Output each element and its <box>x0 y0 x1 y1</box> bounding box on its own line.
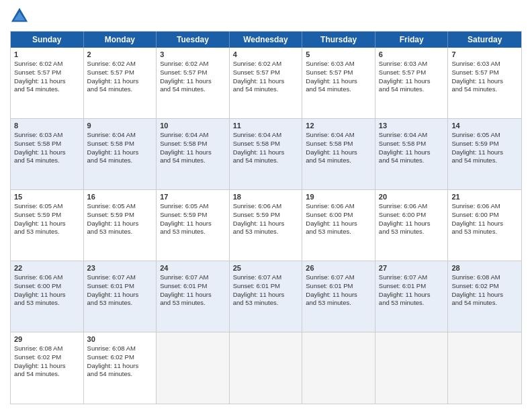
cell-line: Daylight: 11 hours <box>87 291 153 300</box>
day-number: 20 <box>379 193 445 201</box>
cell-line: Sunrise: 6:06 AM <box>451 202 518 211</box>
cell-line: Sunset: 5:57 PM <box>160 68 226 77</box>
cell-line: Sunrise: 6:07 AM <box>160 273 226 282</box>
cell-line: Daylight: 11 hours <box>306 77 371 86</box>
header-day-friday: Friday <box>375 32 449 48</box>
cell-line: Daylight: 11 hours <box>14 362 80 371</box>
cell-line: Daylight: 11 hours <box>14 291 80 300</box>
cell-line: Sunset: 5:59 PM <box>233 211 299 220</box>
cell-line: Sunrise: 6:06 AM <box>306 202 371 211</box>
cell-line: and 54 minutes. <box>306 85 371 94</box>
day-number: 17 <box>160 193 226 201</box>
cell-line: Daylight: 11 hours <box>87 362 153 371</box>
cell-line: Sunset: 5:57 PM <box>87 68 153 77</box>
cal-cell-17: 17Sunrise: 6:05 AMSunset: 5:59 PMDayligh… <box>157 190 230 261</box>
day-number: 15 <box>14 193 80 201</box>
day-number: 4 <box>233 50 299 58</box>
cell-line: and 54 minutes. <box>14 85 80 94</box>
cell-line: Sunset: 5:58 PM <box>306 140 371 148</box>
day-number: 22 <box>14 264 80 272</box>
day-number: 27 <box>379 264 445 272</box>
cell-line: Sunrise: 6:04 AM <box>87 131 153 140</box>
cell-line: Daylight: 11 hours <box>451 77 518 86</box>
cell-line: and 53 minutes. <box>306 228 371 236</box>
day-number: 8 <box>14 122 80 130</box>
cell-line: and 54 minutes. <box>87 370 153 379</box>
cell-line: Sunrise: 6:03 AM <box>14 131 80 140</box>
cal-cell-16: 16Sunrise: 6:05 AMSunset: 5:59 PMDayligh… <box>84 190 157 261</box>
cell-line: and 53 minutes. <box>233 299 299 308</box>
cell-line: Sunset: 5:59 PM <box>14 211 80 220</box>
cell-line: Sunset: 5:58 PM <box>87 140 153 148</box>
cell-line: Sunset: 5:59 PM <box>87 211 153 220</box>
cell-line: and 53 minutes. <box>306 299 371 308</box>
cell-line: Sunrise: 6:06 AM <box>14 273 80 282</box>
day-number: 25 <box>233 264 299 272</box>
cell-line: Sunrise: 6:05 AM <box>160 202 226 211</box>
day-number: 24 <box>160 264 226 272</box>
cell-line: and 54 minutes. <box>451 299 518 308</box>
cell-line: and 54 minutes. <box>87 85 153 94</box>
cell-line: Sunrise: 6:07 AM <box>233 273 299 282</box>
day-number: 29 <box>14 335 80 343</box>
cell-line: Sunrise: 6:08 AM <box>87 345 153 353</box>
cell-line: Sunrise: 6:02 AM <box>160 60 226 68</box>
cell-line: Sunrise: 6:04 AM <box>233 131 299 140</box>
cal-cell-22: 22Sunrise: 6:06 AMSunset: 6:00 PMDayligh… <box>11 261 84 332</box>
calendar-row-0: 1Sunrise: 6:02 AMSunset: 5:57 PMDaylight… <box>11 48 521 119</box>
cal-cell-3: 3Sunrise: 6:02 AMSunset: 5:57 PMDaylight… <box>157 48 230 118</box>
cal-cell-6: 6Sunrise: 6:03 AMSunset: 5:57 PMDaylight… <box>375 48 449 118</box>
cell-line: and 54 minutes. <box>233 85 299 94</box>
cal-cell-21: 21Sunrise: 6:06 AMSunset: 6:00 PMDayligh… <box>448 190 521 261</box>
cell-line: Daylight: 11 hours <box>233 220 299 228</box>
cell-line: and 53 minutes. <box>451 228 518 236</box>
cell-line: Daylight: 11 hours <box>379 220 445 228</box>
day-number: 26 <box>306 264 371 272</box>
cal-cell-25: 25Sunrise: 6:07 AMSunset: 6:01 PMDayligh… <box>230 261 303 332</box>
cal-cell-1: 1Sunrise: 6:02 AMSunset: 5:57 PMDaylight… <box>11 48 84 118</box>
cell-line: and 54 minutes. <box>160 85 226 94</box>
cell-line: and 53 minutes. <box>379 228 445 236</box>
logo <box>10 7 32 26</box>
calendar-row-1: 8Sunrise: 6:03 AMSunset: 5:58 PMDaylight… <box>11 119 521 190</box>
day-number: 18 <box>233 193 299 201</box>
day-number: 19 <box>306 193 371 201</box>
cell-line: Daylight: 11 hours <box>14 148 80 157</box>
cell-line: Sunset: 6:02 PM <box>87 353 153 362</box>
cal-cell-12: 12Sunrise: 6:04 AMSunset: 5:58 PMDayligh… <box>302 119 375 189</box>
cal-cell-empty-2 <box>157 332 230 404</box>
cell-line: Sunset: 5:59 PM <box>160 211 226 220</box>
cell-line: Sunrise: 6:04 AM <box>306 131 371 140</box>
cal-cell-29: 29Sunrise: 6:08 AMSunset: 6:02 PMDayligh… <box>11 332 84 404</box>
day-number: 9 <box>87 122 153 130</box>
cal-cell-7: 7Sunrise: 6:03 AMSunset: 5:57 PMDaylight… <box>448 48 521 118</box>
calendar-row-2: 15Sunrise: 6:05 AMSunset: 5:59 PMDayligh… <box>11 190 521 261</box>
cal-cell-27: 27Sunrise: 6:07 AMSunset: 6:01 PMDayligh… <box>375 261 449 332</box>
cell-line: Sunrise: 6:03 AM <box>306 60 371 68</box>
cell-line: and 54 minutes. <box>379 85 445 94</box>
day-number: 7 <box>451 50 518 58</box>
cell-line: and 53 minutes. <box>87 299 153 308</box>
cell-line: Sunset: 6:00 PM <box>451 211 518 220</box>
day-number: 28 <box>451 264 518 272</box>
cal-cell-empty-4 <box>302 332 375 404</box>
cell-line: Sunset: 6:02 PM <box>451 282 518 291</box>
cal-cell-empty-6 <box>448 332 521 404</box>
cell-line: Sunrise: 6:02 AM <box>14 60 80 68</box>
cell-line: Sunrise: 6:06 AM <box>379 202 445 211</box>
cell-line: Sunrise: 6:04 AM <box>160 131 226 140</box>
cell-line: Sunset: 6:01 PM <box>160 282 226 291</box>
cal-cell-4: 4Sunrise: 6:02 AMSunset: 5:57 PMDaylight… <box>230 48 303 118</box>
cal-cell-24: 24Sunrise: 6:07 AMSunset: 6:01 PMDayligh… <box>157 261 230 332</box>
logo-icon <box>10 7 29 26</box>
cell-line: Daylight: 11 hours <box>160 291 226 300</box>
cell-line: Daylight: 11 hours <box>87 148 153 157</box>
cell-line: and 53 minutes. <box>379 299 445 308</box>
cell-line: Sunset: 5:57 PM <box>233 68 299 77</box>
header-day-sunday: Sunday <box>11 32 84 48</box>
day-number: 10 <box>160 122 226 130</box>
cal-cell-13: 13Sunrise: 6:04 AMSunset: 5:58 PMDayligh… <box>375 119 449 189</box>
header-day-wednesday: Wednesday <box>230 32 303 48</box>
cell-line: Daylight: 11 hours <box>306 291 371 300</box>
cal-cell-empty-3 <box>230 332 303 404</box>
